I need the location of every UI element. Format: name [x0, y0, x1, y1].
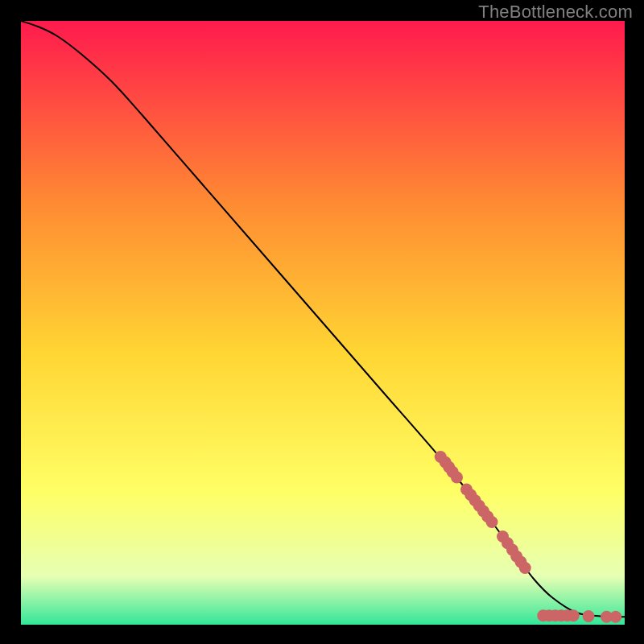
data-point [519, 562, 531, 574]
data-point [609, 611, 621, 623]
data-point [486, 516, 498, 528]
data-point [583, 610, 595, 622]
chart-overlay [21, 21, 625, 625]
data-point [568, 609, 580, 621]
chart-stage: TheBottleneck.com [0, 0, 644, 644]
plot-area [21, 21, 625, 625]
data-point [451, 472, 463, 484]
watermark-label: TheBottleneck.com [478, 2, 633, 23]
curve-line [21, 21, 625, 617]
data-points [435, 451, 622, 623]
